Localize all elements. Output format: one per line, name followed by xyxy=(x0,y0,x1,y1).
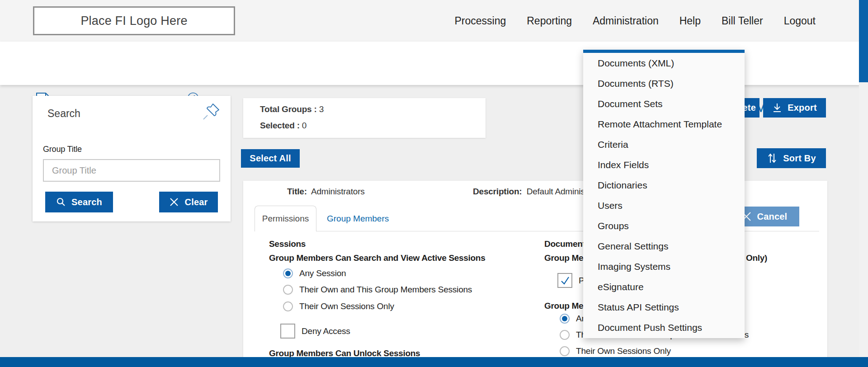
menu-item-status-api-settings[interactable]: Status API Settings xyxy=(583,297,745,317)
tab-permissions-label: Permissions xyxy=(262,214,309,224)
menu-item-users[interactable]: Users xyxy=(583,195,745,216)
documents-permission-checkbox[interactable] xyxy=(557,273,572,288)
scrollbar-thumb[interactable] xyxy=(859,0,868,82)
menu-item-documents-xml[interactable]: Documents (XML) xyxy=(583,53,745,73)
radio-row-own-sessions-only: Their Own Sessions Only xyxy=(283,301,394,311)
cancel-button-label: Cancel xyxy=(757,212,788,222)
deny-access-label: Deny Access xyxy=(302,326,350,336)
sessions-heading: Sessions xyxy=(269,239,306,249)
dropdown-item-list: Documents (XML) Documents (RTS) Document… xyxy=(583,53,745,338)
main-nav: Processing Reporting Administration Help… xyxy=(454,0,816,42)
radio-row-any-session: Any Session xyxy=(283,268,346,278)
title-label: Title: xyxy=(287,187,307,196)
nav-item-administration[interactable]: Administration xyxy=(593,15,659,27)
doc-radio-own-only[interactable] xyxy=(560,346,570,356)
radio-any-session-label: Any Session xyxy=(299,268,346,278)
selected-value: 0 xyxy=(302,121,307,130)
nav-item-user-bill-teller[interactable]: Bill Teller xyxy=(722,15,763,27)
group-title-label: Group Title xyxy=(43,145,82,154)
doc-radio-own-only-label: Their Own Sessions Only xyxy=(576,346,671,356)
search-panel-title: Search xyxy=(47,108,80,120)
radio-row-own-group-sessions: Their Own and This Group Members Session… xyxy=(283,285,472,295)
menu-item-imaging-systems[interactable]: Imaging Systems xyxy=(583,256,745,277)
radio-own-group-sessions[interactable] xyxy=(283,285,293,295)
export-button[interactable]: Export xyxy=(763,98,826,118)
doc-radio-row-own-only: Their Own Sessions Only xyxy=(560,346,671,356)
selected-label: Selected : xyxy=(260,121,300,130)
tab-group-members-label: Group Members xyxy=(327,214,389,224)
group-title-input[interactable] xyxy=(43,159,220,182)
total-groups-value: 3 xyxy=(319,104,324,114)
radio-own-sessions-only-label: Their Own Sessions Only xyxy=(299,301,394,311)
dropdown-accent-bar xyxy=(583,50,745,53)
menu-item-general-settings[interactable]: General Settings xyxy=(583,236,745,256)
select-all-button[interactable]: Select All xyxy=(241,149,300,168)
menu-item-dictionaries[interactable]: Dictionaries xyxy=(583,175,745,195)
pin-icon[interactable] xyxy=(201,101,222,122)
group-description-meta: Description: Default Administr xyxy=(473,187,590,197)
export-button-label: Export xyxy=(788,103,817,113)
total-groups-line: Total Groups : 3 xyxy=(260,104,324,114)
nav-item-logout[interactable]: Logout xyxy=(784,15,816,27)
tab-group-members[interactable]: Group Members xyxy=(327,206,389,231)
download-icon xyxy=(772,103,782,113)
menu-item-remote-attachment-template[interactable]: Remote Attachment Template xyxy=(583,114,745,134)
search-panel: Search Group Title Search Clear xyxy=(33,96,231,221)
deny-access-row: Deny Access xyxy=(280,324,350,339)
scrollbar-track[interactable] xyxy=(859,0,868,357)
doc-radio-any-session[interactable] xyxy=(560,314,570,324)
radio-own-group-sessions-label: Their Own and This Group Members Session… xyxy=(299,285,472,295)
group-title-meta: Title: Administrators xyxy=(287,187,365,197)
top-nav-bar: Place FI Logo Here Processing Reporting … xyxy=(0,0,868,42)
totals-panel: Total Groups : 3 Selected : 0 xyxy=(243,98,486,138)
menu-item-document-push-settings[interactable]: Document Push Settings xyxy=(583,317,745,338)
radio-any-session[interactable] xyxy=(283,268,293,278)
documents-perm-heading-tail: Only) xyxy=(746,253,767,263)
menu-item-esignature[interactable]: eSignature xyxy=(583,277,745,297)
search-button[interactable]: Search xyxy=(45,192,113,212)
fi-logo-text: Place FI Logo Here xyxy=(80,14,187,28)
documents-checkbox-row: P xyxy=(557,273,584,288)
selected-line: Selected : 0 xyxy=(260,121,307,131)
app-viewport: Place FI Logo Here Processing Reporting … xyxy=(0,0,868,367)
deny-access-checkbox[interactable] xyxy=(280,324,295,339)
description-label: Description: xyxy=(473,187,522,196)
menu-item-document-sets[interactable]: Document Sets xyxy=(583,94,745,114)
title-value: Administrators xyxy=(311,187,365,196)
doc-radio-own-group[interactable] xyxy=(560,330,570,340)
nav-item-help[interactable]: Help xyxy=(679,15,701,27)
administration-dropdown-menu: Documents (XML) Documents (RTS) Document… xyxy=(583,50,745,338)
nav-item-processing[interactable]: Processing xyxy=(454,15,506,27)
sort-arrows-icon xyxy=(767,152,778,164)
total-groups-label: Total Groups : xyxy=(260,104,317,114)
sessions-search-view-heading: Group Members Can Search and View Active… xyxy=(269,253,485,263)
menu-item-documents-rts[interactable]: Documents (RTS) xyxy=(583,73,745,94)
menu-item-index-fields[interactable]: Index Fields xyxy=(583,155,745,175)
clear-button[interactable]: Clear xyxy=(159,192,218,212)
tab-permissions[interactable]: Permissions xyxy=(255,206,316,231)
x-icon xyxy=(169,197,179,207)
bottom-bar xyxy=(0,357,868,367)
clear-button-label: Clear xyxy=(184,197,208,207)
menu-item-groups[interactable]: Groups xyxy=(583,216,745,236)
nav-item-reporting[interactable]: Reporting xyxy=(527,15,572,27)
menu-item-criteria[interactable]: Criteria xyxy=(583,134,745,155)
sort-by-label: Sort By xyxy=(783,153,816,164)
sort-by-button[interactable]: Sort By xyxy=(757,148,826,168)
search-icon xyxy=(56,197,66,207)
description-value: Default Administr xyxy=(527,187,590,196)
fi-logo-placeholder: Place FI Logo Here xyxy=(33,6,235,35)
select-all-label: Select All xyxy=(250,153,291,164)
search-button-label: Search xyxy=(71,197,102,207)
checkmark-icon xyxy=(560,275,571,286)
radio-own-sessions-only[interactable] xyxy=(283,301,293,311)
